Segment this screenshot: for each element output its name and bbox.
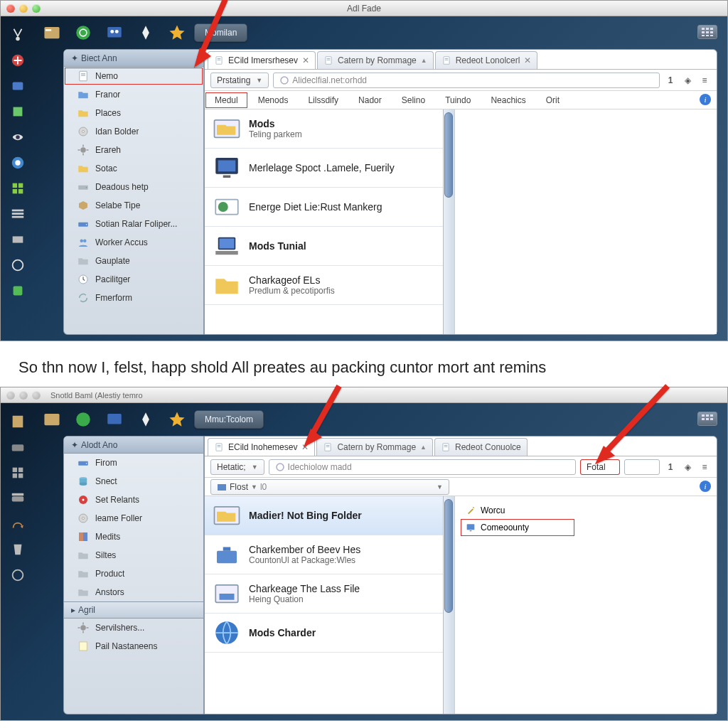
dock-icon[interactable] <box>8 565 28 585</box>
dock-icon[interactable] <box>8 102 28 122</box>
sidebar-item[interactable]: Selabe Tipe <box>64 196 203 215</box>
sidebar-item[interactable]: Gauplate <box>64 252 203 270</box>
scrollbar[interactable] <box>443 496 454 714</box>
address-dropdown[interactable]: Prstating▼ <box>210 73 269 88</box>
address-menu-icon[interactable]: ≡ <box>698 74 711 87</box>
toolbar-icon[interactable] <box>38 22 66 43</box>
menu-item[interactable]: Medul <box>205 92 248 109</box>
dock-icon[interactable] <box>8 76 28 96</box>
dock-icon[interactable] <box>8 25 28 45</box>
dock-icon[interactable] <box>8 204 28 224</box>
tab-close-icon[interactable]: ✕ <box>302 55 309 65</box>
address-field[interactable]: Idechiolow madd <box>269 459 576 475</box>
sidebar-item[interactable]: Fmerform <box>64 289 203 307</box>
detail-side-item[interactable]: Worcu <box>461 502 574 519</box>
dock-icon[interactable] <box>8 255 28 275</box>
address-menu-icon[interactable]: ≡ <box>698 461 711 473</box>
list-item[interactable]: Madier! Not Bing Folder <box>205 496 454 535</box>
sidebar-item[interactable]: Pacilitger <box>64 270 203 289</box>
menu-item[interactable]: Nador <box>348 92 392 109</box>
app-pill-button[interactable]: Mmu:Tcolom <box>194 410 264 429</box>
address-field-2[interactable]: Fotal <box>580 459 620 475</box>
sidebar-item[interactable]: Sotac <box>64 159 203 178</box>
menu-item[interactable]: Orit <box>536 92 569 109</box>
zoom-traffic-light[interactable] <box>32 391 41 400</box>
dock-icon[interactable] <box>8 153 28 173</box>
dock-icon[interactable] <box>8 127 28 147</box>
menu-item[interactable]: Menods <box>248 92 299 109</box>
sidebar-item[interactable]: Anstors <box>64 583 203 601</box>
tab-close-icon[interactable]: ✕ <box>524 55 531 65</box>
sidebar-item[interactable]: Set Relants <box>64 491 203 509</box>
app-pill-button[interactable]: Momilan <box>194 23 247 42</box>
dock-icon[interactable] <box>8 230 28 250</box>
minimize-traffic-light[interactable] <box>19 391 28 400</box>
sidebar-item[interactable]: Firom <box>64 454 203 472</box>
sidebar-item[interactable]: leame Foller <box>64 509 203 528</box>
menu-item[interactable]: Selino <box>392 92 435 109</box>
sidebar-item[interactable]: Nemo <box>64 67 203 85</box>
grid-view-button[interactable] <box>697 412 717 426</box>
dock-icon[interactable] <box>8 540 28 560</box>
address-diamond-icon[interactable]: ◈ <box>681 461 694 473</box>
toolbar-icon[interactable] <box>69 22 97 43</box>
list-item[interactable]: Charkeage The Lass FileHeing Quation <box>205 574 454 614</box>
filter-dropdown[interactable]: Flost ▼ l0 ▼ <box>210 479 449 495</box>
address-field-blank[interactable] <box>624 459 660 475</box>
toolbar-icon[interactable] <box>38 409 66 430</box>
address-diamond-icon[interactable]: ◈ <box>681 74 694 87</box>
dock-icon[interactable] <box>8 437 28 457</box>
list-item[interactable]: Charkageof ELsPredlum & pecotiporfis <box>205 266 454 305</box>
menu-item[interactable]: Tuindo <box>435 92 481 109</box>
tab[interactable]: Catern by Rommage▲ <box>317 51 434 69</box>
dock-icon[interactable] <box>8 412 28 432</box>
sidebar-item[interactable]: Servilshers... <box>64 619 203 637</box>
toolbar-icon[interactable] <box>163 409 191 430</box>
dock-icon[interactable] <box>8 50 28 70</box>
sidebar-item[interactable]: Worker Accus <box>64 233 203 252</box>
toolbar-icon[interactable] <box>69 409 97 430</box>
dock-icon[interactable] <box>8 178 28 198</box>
tab[interactable]: ECild Inohemesev✕ <box>208 438 315 456</box>
sidebar-item[interactable]: Snect <box>64 472 203 491</box>
toolbar-icon[interactable] <box>100 22 129 43</box>
address-dropdown[interactable]: Hetatic;▼ <box>210 459 264 475</box>
tab-close-icon[interactable]: ✕ <box>301 442 309 452</box>
info-icon[interactable]: i <box>700 94 711 105</box>
dock-icon[interactable] <box>8 488 28 508</box>
tab-options-icon[interactable]: ▲ <box>420 444 427 451</box>
info-icon[interactable]: i <box>700 481 711 492</box>
toolbar-icon[interactable] <box>100 409 129 430</box>
scrollbar-thumb[interactable] <box>444 499 453 613</box>
sidebar-item[interactable]: Franor <box>64 85 203 104</box>
tab[interactable]: Redeot Lonolcerl✕ <box>435 51 538 69</box>
sidebar-item[interactable]: Pail Nastaneens <box>64 637 203 655</box>
sidebar-item[interactable]: Product <box>64 564 203 583</box>
list-item[interactable]: Energe Diet Lie:Rust Mankerg <box>205 188 454 227</box>
dock-icon[interactable] <box>8 463 28 483</box>
sidebar-item[interactable]: Erareh <box>64 141 203 159</box>
toolbar-icon[interactable] <box>132 22 160 43</box>
sidebar-item[interactable]: Places <box>64 104 203 122</box>
toolbar-icon[interactable] <box>163 22 191 43</box>
list-item[interactable]: ModsTeling parkem <box>205 109 454 149</box>
tab[interactable]: Catern by Rommage▲ <box>316 438 433 456</box>
grid-view-button[interactable] <box>697 25 717 39</box>
sidebar-item[interactable]: Siltes <box>64 546 203 564</box>
list-item[interactable]: Merlelage Spoct .Lamele, Fuerily <box>205 149 454 188</box>
list-item[interactable]: Mods Charder <box>205 614 454 653</box>
sidebar-item[interactable]: Sotian Ralar Foliper... <box>64 215 203 233</box>
scrollbar[interactable] <box>443 109 454 334</box>
list-item[interactable]: Charkember of Beev HesCountonUl at Packa… <box>205 535 454 574</box>
dock-icon[interactable] <box>8 514 28 534</box>
toolbar-icon[interactable] <box>132 409 160 430</box>
detail-side-item[interactable]: Comeoounty <box>461 519 574 536</box>
tab[interactable]: ECild Imersrhesev✕ <box>208 51 316 69</box>
sidebar-item[interactable]: Deadous hetp <box>64 178 203 196</box>
list-item[interactable]: Mods Tunial <box>205 227 454 266</box>
tab-options-icon[interactable]: ▲ <box>421 57 427 64</box>
scrollbar-thumb[interactable] <box>444 112 453 198</box>
address-field[interactable]: Alideclfial.net:orhdd <box>273 73 660 88</box>
dock-icon[interactable] <box>8 281 28 301</box>
close-traffic-light[interactable] <box>6 391 15 400</box>
